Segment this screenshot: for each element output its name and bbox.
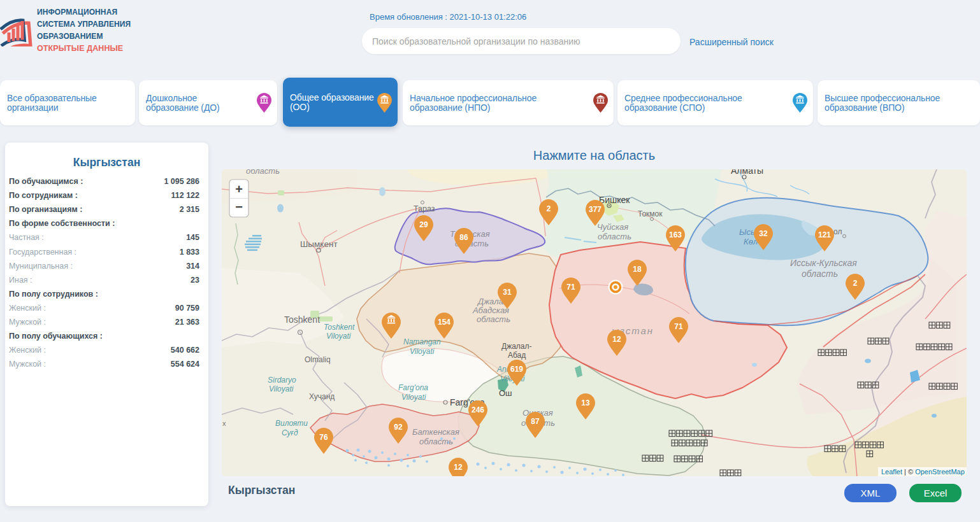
svg-text:12: 12 [454, 463, 463, 472]
svg-text:Алматы: Алматы [731, 169, 763, 176]
svg-text:Toshkent: Toshkent [284, 314, 320, 325]
svg-text:Farg'ona: Farg'ona [398, 383, 428, 392]
svg-text:Вилояти: Вилояти [275, 419, 308, 428]
svg-text:ол: ол [833, 227, 842, 236]
svg-text:163: 163 [669, 230, 682, 239]
svg-text:29: 29 [419, 220, 428, 229]
svg-text:область: область [246, 169, 280, 176]
svg-text:Viloyati: Viloyati [326, 332, 351, 341]
svg-text:12: 12 [612, 335, 621, 344]
svg-text:Чуйская: Чуйская [597, 222, 628, 232]
svg-text:71: 71 [566, 283, 575, 292]
svg-text:Ош: Ош [499, 388, 512, 398]
svg-text:область: область [419, 437, 453, 446]
svg-text:Абад: Абад [508, 351, 526, 360]
svg-text:Баткенская: Баткенская [412, 427, 459, 437]
svg-text:область: область [802, 269, 838, 279]
svg-text:−: − [235, 200, 243, 214]
svg-text:2: 2 [853, 279, 858, 288]
svg-text:13: 13 [581, 399, 590, 407]
svg-text:18: 18 [633, 265, 642, 274]
svg-text:Джалал-: Джалал- [501, 342, 532, 351]
svg-text:Шымкент: Шымкент [300, 239, 338, 249]
svg-text:Бишкек: Бишкек [599, 195, 630, 205]
svg-text:Olmaliq: Olmaliq [305, 355, 331, 364]
svg-text:Viloyati: Viloyati [269, 384, 294, 393]
svg-text:Viloyati: Viloyati [410, 347, 435, 356]
svg-text:2: 2 [547, 204, 551, 213]
svg-text:Namangan: Namangan [403, 337, 441, 346]
svg-text:619: 619 [510, 365, 523, 374]
svg-text:Суғд: Суғд [282, 428, 298, 437]
svg-text:154: 154 [438, 318, 450, 327]
svg-text:121: 121 [818, 230, 831, 239]
svg-text:76: 76 [319, 433, 328, 442]
svg-text:87: 87 [531, 417, 540, 426]
svg-text:32: 32 [759, 229, 768, 238]
svg-text:область: область [598, 232, 631, 241]
svg-text:Viloyati: Viloyati [401, 393, 426, 402]
svg-text:Иссык-Кульская: Иссык-Кульская [790, 258, 857, 268]
svg-text:x: x [222, 420, 226, 427]
svg-text:Абадская: Абадская [472, 306, 509, 315]
svg-text:Хуҷанд: Хуҷанд [309, 392, 335, 401]
svg-text:Toshkent: Toshkent [324, 323, 355, 332]
svg-text:31: 31 [503, 288, 512, 297]
svg-text:92: 92 [394, 423, 403, 432]
svg-text:246: 246 [472, 406, 484, 414]
svg-text:Токмок: Токмок [638, 209, 663, 218]
svg-text:область: область [477, 314, 510, 324]
svg-text:Sirdaryo: Sirdaryo [268, 376, 296, 384]
svg-text:377: 377 [589, 205, 602, 214]
svg-text:71: 71 [674, 322, 683, 331]
svg-text:Leaflet | © OpenStreetMap: Leaflet | © OpenStreetMap [881, 468, 965, 476]
svg-text:Тараз: Тараз [414, 204, 435, 213]
svg-text:+: + [235, 182, 243, 196]
svg-text:86: 86 [459, 233, 468, 242]
